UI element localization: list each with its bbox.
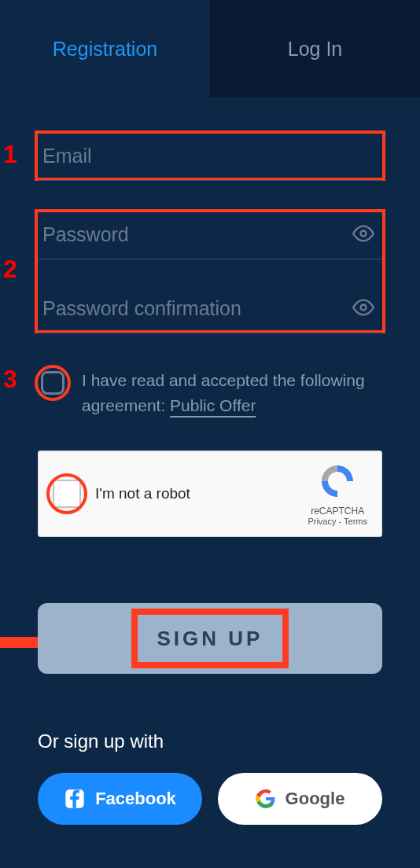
confirm-password-field[interactable]: Password confirmation [38, 285, 382, 333]
password-placeholder: Password [38, 222, 134, 248]
email-placeholder: Email [38, 143, 97, 169]
tab-registration[interactable]: Registration [0, 0, 210, 97]
signup-label: SIGN UP [157, 627, 263, 651]
recaptcha-icon [319, 462, 356, 500]
email-field[interactable]: Email [38, 132, 382, 181]
password-field[interactable]: Password [38, 211, 382, 259]
eye-icon[interactable] [352, 223, 374, 248]
recaptcha-checkbox[interactable] [53, 480, 81, 508]
or-signup-with-text: Or sign up with [38, 730, 382, 752]
recaptcha-terms-link[interactable]: Terms [344, 517, 367, 526]
google-label: Google [286, 789, 345, 809]
facebook-button[interactable]: Facebook [38, 773, 202, 825]
recaptcha-brand: reCAPTCHA [308, 506, 367, 517]
facebook-label: Facebook [95, 789, 176, 809]
tab-login[interactable]: Log In [210, 0, 420, 97]
eye-icon[interactable] [352, 296, 374, 322]
confirm-placeholder: Password confirmation [38, 296, 246, 322]
agreement-checkbox[interactable] [41, 371, 64, 395]
facebook-icon [64, 788, 86, 810]
google-icon [256, 789, 276, 809]
svg-point-3 [361, 304, 367, 310]
recaptcha-label: I'm not a robot [95, 485, 190, 502]
public-offer-link[interactable]: Public Offer [170, 396, 256, 414]
recaptcha-privacy-link[interactable]: Privacy [308, 517, 336, 526]
recaptcha-widget: I'm not a robot reCAPTCHA Privacy - Term… [38, 451, 382, 537]
signup-button[interactable]: SIGN UP [38, 603, 382, 674]
agreement-text: I have read and accepted the following a… [82, 368, 382, 417]
google-button[interactable]: Google [218, 773, 382, 825]
svg-point-2 [361, 230, 367, 236]
